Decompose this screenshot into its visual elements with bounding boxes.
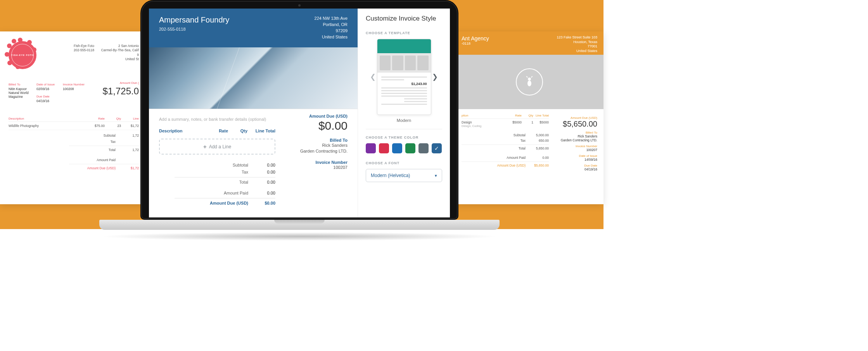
ed-side-label-amount-due: Amount Due (USD): [285, 114, 348, 118]
template-next-button[interactable]: ❯: [431, 73, 439, 81]
ant-col-qty: Qty: [522, 114, 533, 117]
color-swatch-purple[interactable]: [366, 143, 376, 153]
ed-side-label-invoice-no: Invoice Number: [285, 160, 348, 165]
billed-to-name: Nitin Kapoor: [9, 87, 36, 91]
ed-tax: 0.00: [248, 170, 275, 174]
label-billed-to: Billed To: [9, 83, 36, 86]
ant-subtotal: 5,000.00: [526, 133, 549, 137]
color-swatch-green[interactable]: [405, 143, 415, 153]
item-desc: Wildlife Photography: [9, 124, 85, 128]
laptop-base: [99, 220, 500, 241]
panel-title: Customize Invoice Style: [366, 15, 442, 23]
ant-paid: 0.00: [526, 156, 549, 160]
template-prev-button[interactable]: ❮: [369, 73, 377, 81]
ant-label-due-date: Due Date: [557, 164, 597, 167]
ed-col-total: Line Total: [247, 129, 275, 133]
ant-label-date-issue: Date of Issue: [557, 154, 597, 158]
check-icon: ✓: [434, 145, 439, 151]
ed-subtotal: 0.00: [248, 163, 275, 167]
date-issue: 02/09/16: [36, 87, 63, 91]
ant-addr-1: 123 Fake Street Suite 103: [557, 35, 597, 40]
ant-col-rate: Rate: [506, 114, 522, 117]
ant-addr-4: United States: [557, 49, 597, 54]
ant-due-full: $5,650.00: [526, 163, 549, 167]
ant-amount-due: $5,650.00: [557, 120, 597, 129]
add-line-button[interactable]: + Add a Line: [159, 139, 275, 155]
camera-icon: [298, 4, 301, 7]
template-preview-amount: $1,243.00: [381, 82, 427, 86]
customize-panel: Customize Invoice Style CHOOSE A TEMPLAT…: [358, 9, 450, 217]
ant-item-rate: $5000: [506, 120, 522, 128]
col-desc: Description: [9, 117, 85, 120]
editor-addr-2: Portland, OR: [315, 22, 348, 28]
ed-label-paid: Amount Paid: [175, 191, 248, 195]
ed-side-amount-due: $0.00: [285, 119, 348, 132]
color-swatch-selected[interactable]: ✓: [432, 143, 442, 153]
label-due-date: Due Date: [36, 95, 63, 98]
ed-label-tax: Tax: [175, 170, 248, 174]
section-choose-font: CHOOSE A FONT: [366, 161, 442, 165]
billed-to-org: Natural World Magazine: [9, 91, 36, 99]
ed-label-total: Total: [175, 180, 248, 184]
color-swatch-red[interactable]: [379, 143, 389, 153]
editor-addr-1: 224 NW 13th Ave: [315, 16, 348, 22]
app-screen: Ampersand Foundry 202-555-0118 224 NW 13…: [149, 9, 450, 217]
label-date-issue: Date of Issue: [36, 83, 63, 86]
sender-phone: 202-555-0118: [74, 48, 94, 52]
ant-addr-2: Houston, Texas: [557, 40, 597, 45]
ant-billed-name: Rick Sanders: [557, 134, 597, 138]
ant-label-invoice-no: Invoice Number: [557, 144, 597, 148]
svg-point-0: [528, 78, 531, 81]
ed-side-billed-name: Rick Sanders: [285, 142, 348, 148]
invoice-editor: Ampersand Foundry 202-555-0118 224 NW 13…: [149, 9, 358, 217]
ed-col-rate: Rate: [205, 129, 228, 133]
editor-hero-image[interactable]: [149, 47, 358, 109]
chevron-down-icon: ▾: [435, 173, 437, 178]
template-name: Modern: [366, 118, 442, 123]
ed-paid: 0.00: [248, 191, 275, 195]
summary-input[interactable]: Add a summary, notes, or bank transfer d…: [159, 114, 275, 129]
font-select[interactable]: Modern (Helvetica) ▾: [366, 169, 442, 182]
ant-invoice-no: 100207: [557, 148, 597, 152]
editor-addr-4: United States: [315, 34, 348, 40]
svg-point-1: [527, 80, 531, 86]
color-swatches: ✓: [366, 143, 442, 153]
ed-label-due-full: Amount Due (USD): [175, 201, 248, 205]
ed-side-billed-org: Garden Contracting LTD.: [285, 148, 348, 154]
ant-addr-3: 77001: [557, 44, 597, 49]
editor-header: Ampersand Foundry 202-555-0118 224 NW 13…: [149, 9, 358, 47]
editor-company-phone: 202-555-0118: [159, 27, 229, 31]
ant-due-date: 04/19/16: [557, 167, 597, 171]
ant-label-amount-due: Amount Due (USD): [557, 116, 597, 120]
ant-total: 5,650.00: [526, 146, 549, 150]
ed-side-invoice-no: 100207: [285, 165, 348, 170]
ant-logo-icon: [516, 68, 543, 96]
due-date: 04/19/16: [36, 99, 63, 103]
section-choose-template: CHOOSE A TEMPLATE: [366, 31, 442, 35]
section-choose-color: CHOOSE A THEME COLOR: [366, 136, 442, 139]
ant-item-total: $5000: [533, 120, 549, 128]
font-select-value: Modern (Helvetica): [371, 173, 410, 178]
ed-col-qty: Qty: [228, 129, 247, 133]
add-line-label: Add a Line: [209, 144, 231, 149]
label-invoice-no: Invoice Number: [63, 83, 91, 86]
color-swatch-blue[interactable]: [392, 143, 402, 153]
invoice-no: 100208: [63, 87, 91, 91]
template-preview[interactable]: $1,243.00: [377, 39, 431, 115]
plus-icon: +: [203, 143, 207, 150]
ant-billed-org: Garden Contracting LTD.: [557, 138, 597, 142]
ant-tax: 650.00: [526, 139, 549, 142]
ed-due: $0.00: [248, 201, 275, 205]
ed-label-subtotal: Subtotal: [175, 163, 248, 167]
editor-addr-3: 97209: [315, 28, 348, 34]
ant-item-qty: 1: [522, 120, 533, 128]
ant-col-total: Line Total: [533, 114, 549, 117]
fisheye-logo: FISH-EYE FOTO: [9, 41, 36, 69]
color-swatch-slate[interactable]: [418, 143, 429, 153]
ed-col-desc: Description: [159, 129, 205, 133]
editor-company-name: Ampersand Foundry: [159, 16, 229, 24]
fisheye-logo-text: FISH-EYE FOTO: [11, 53, 34, 57]
ed-total: 0.00: [248, 180, 275, 184]
sender-name: Fish-Eye Foto: [74, 44, 94, 48]
ant-label-billed-to: Billed To: [557, 131, 597, 134]
